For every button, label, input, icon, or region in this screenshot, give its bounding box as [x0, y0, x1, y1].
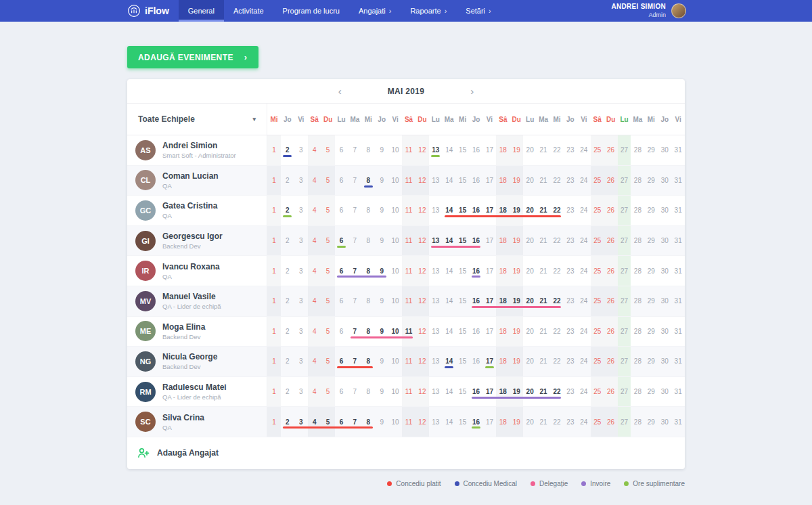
- day-cell[interactable]: 18: [496, 347, 510, 376]
- day-cell[interactable]: 19: [510, 317, 523, 347]
- day-cell[interactable]: 1: [267, 226, 281, 256]
- day-cell[interactable]: 8: [361, 256, 375, 286]
- employee-info[interactable]: MVManuel VasileQA - Lider de echipă: [127, 286, 267, 316]
- day-cell[interactable]: 22: [550, 226, 564, 256]
- day-cell[interactable]: 3: [294, 196, 308, 225]
- day-cell[interactable]: 26: [604, 226, 618, 256]
- day-cell[interactable]: 31: [671, 135, 685, 165]
- day-cell[interactable]: 23: [564, 407, 577, 437]
- day-cell[interactable]: 29: [644, 317, 658, 347]
- day-cell[interactable]: 5: [321, 377, 335, 407]
- day-cell[interactable]: 29: [644, 377, 658, 407]
- day-cell[interactable]: 21: [537, 196, 550, 225]
- day-cell[interactable]: 7: [348, 286, 361, 316]
- day-cell[interactable]: 11: [402, 256, 415, 286]
- event-bar-concediu_medical[interactable]: [364, 185, 373, 188]
- day-cell[interactable]: 31: [671, 226, 685, 256]
- day-cell[interactable]: 1: [267, 407, 281, 437]
- day-cell[interactable]: 20: [523, 347, 537, 376]
- day-cell[interactable]: 25: [591, 196, 604, 225]
- day-cell[interactable]: 15: [456, 407, 470, 437]
- day-cell[interactable]: 19: [510, 377, 523, 407]
- day-cell[interactable]: 5: [321, 407, 335, 437]
- day-cell[interactable]: 27: [618, 256, 631, 286]
- team-filter-dropdown[interactable]: Toate Echipele ▾: [127, 104, 267, 135]
- day-cell[interactable]: 11: [402, 347, 415, 376]
- day-cell[interactable]: 4: [308, 347, 321, 376]
- nav-item-program-de-lucru[interactable]: Program de lucru: [273, 0, 349, 22]
- day-cell[interactable]: 29: [644, 256, 658, 286]
- day-cell[interactable]: 4: [308, 166, 321, 196]
- day-cell[interactable]: 18: [496, 286, 510, 316]
- day-cell[interactable]: 26: [604, 347, 618, 376]
- day-cell[interactable]: 15: [456, 196, 470, 225]
- day-cell[interactable]: 21: [537, 135, 550, 165]
- day-cell[interactable]: 17: [483, 166, 497, 196]
- day-cell[interactable]: 10: [388, 377, 402, 407]
- day-cell[interactable]: 5: [321, 135, 335, 165]
- day-cell[interactable]: 25: [591, 317, 604, 347]
- day-cell[interactable]: 30: [658, 256, 671, 286]
- event-bar-delegatie[interactable]: [472, 306, 561, 308]
- day-cell[interactable]: 7: [348, 317, 361, 347]
- day-cell[interactable]: 7: [348, 166, 361, 196]
- day-cell[interactable]: 8: [361, 135, 375, 165]
- day-cell[interactable]: 2: [281, 226, 294, 256]
- day-cell[interactable]: 12: [415, 226, 429, 256]
- day-cell[interactable]: 31: [671, 347, 685, 376]
- day-cell[interactable]: 19: [510, 286, 523, 316]
- day-cell[interactable]: 25: [591, 407, 604, 437]
- day-cell[interactable]: 11: [402, 166, 415, 196]
- day-cell[interactable]: 16: [470, 286, 483, 316]
- day-cell[interactable]: 25: [591, 377, 604, 407]
- day-cell[interactable]: 18: [496, 377, 510, 407]
- day-cell[interactable]: 26: [604, 166, 618, 196]
- day-cell[interactable]: 15: [456, 166, 470, 196]
- day-cell[interactable]: 1: [267, 317, 281, 347]
- day-cell[interactable]: 27: [618, 226, 631, 256]
- day-cell[interactable]: 7: [348, 377, 361, 407]
- day-cell[interactable]: 23: [564, 256, 577, 286]
- day-cell[interactable]: 5: [321, 317, 335, 347]
- day-cell[interactable]: 21: [537, 286, 550, 316]
- day-cell[interactable]: 10: [388, 256, 402, 286]
- day-cell[interactable]: 29: [644, 347, 658, 376]
- event-bar-concediu_platit[interactable]: [283, 426, 372, 429]
- day-cell[interactable]: 23: [564, 377, 577, 407]
- day-cell[interactable]: 2: [281, 377, 294, 407]
- nav-item-activitate[interactable]: Activitate: [224, 0, 273, 22]
- day-cell[interactable]: 28: [631, 377, 644, 407]
- day-cell[interactable]: 18: [496, 166, 510, 196]
- day-cell[interactable]: 4: [308, 407, 321, 437]
- day-cell[interactable]: 30: [658, 377, 671, 407]
- day-cell[interactable]: 6: [335, 166, 348, 196]
- day-cell[interactable]: 26: [604, 407, 618, 437]
- day-cell[interactable]: 1: [267, 286, 281, 316]
- event-bar-concediu_platit[interactable]: [337, 366, 373, 368]
- day-cell[interactable]: 29: [644, 286, 658, 316]
- day-cell[interactable]: 11: [402, 407, 415, 437]
- day-cell[interactable]: 11: [402, 226, 415, 256]
- day-cell[interactable]: 26: [604, 256, 618, 286]
- day-cell[interactable]: 20: [523, 317, 537, 347]
- employee-info[interactable]: IRIvancu RoxanaQA: [127, 256, 267, 286]
- day-cell[interactable]: 5: [321, 256, 335, 286]
- day-cell[interactable]: 9: [375, 256, 388, 286]
- day-cell[interactable]: 18: [496, 256, 510, 286]
- day-cell[interactable]: 20: [523, 166, 537, 196]
- day-cell[interactable]: 18: [496, 196, 510, 225]
- day-cell[interactable]: 24: [577, 347, 591, 376]
- day-cell[interactable]: 6: [335, 226, 348, 256]
- day-cell[interactable]: 6: [335, 407, 348, 437]
- day-cell[interactable]: 14: [443, 347, 456, 376]
- day-cell[interactable]: 3: [294, 226, 308, 256]
- day-cell[interactable]: 9: [375, 286, 388, 316]
- day-cell[interactable]: 17: [483, 226, 497, 256]
- day-cell[interactable]: 15: [456, 226, 470, 256]
- day-cell[interactable]: 24: [577, 286, 591, 316]
- day-cell[interactable]: 4: [308, 196, 321, 225]
- day-cell[interactable]: 23: [564, 226, 577, 256]
- day-cell[interactable]: 22: [550, 347, 564, 376]
- day-cell[interactable]: 22: [550, 166, 564, 196]
- day-cell[interactable]: 13: [429, 166, 443, 196]
